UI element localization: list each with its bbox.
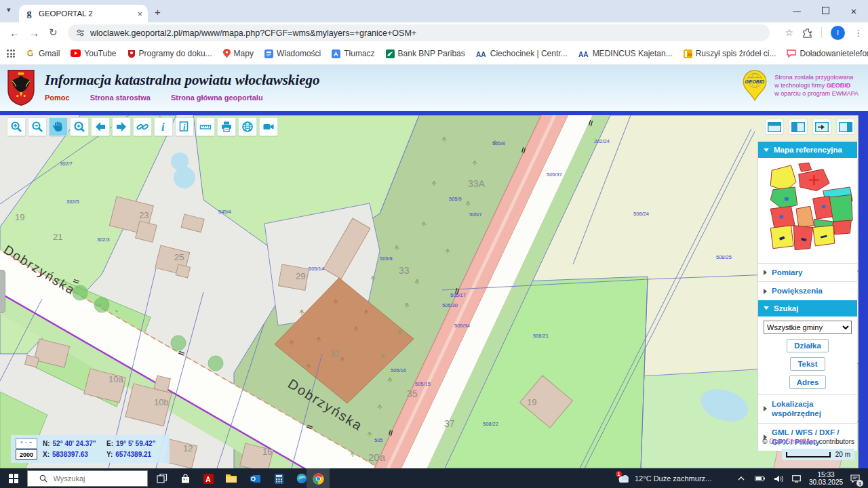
bookmark-gmail[interactable]: G Gmail: [26, 49, 60, 58]
window-maximize-button[interactable]: [811, 7, 840, 16]
chrome-taskbar-icon[interactable]: [307, 468, 330, 488]
browser-menu-icon[interactable]: ⋮: [854, 28, 863, 38]
print-tool[interactable]: [217, 117, 236, 136]
layout-top-button[interactable]: [765, 119, 784, 135]
window-close-button[interactable]: ×: [840, 5, 868, 17]
tray-chevron-icon[interactable]: [734, 468, 749, 488]
volume-icon[interactable]: [770, 468, 787, 488]
panel-pomiary[interactable]: Pomiary: [758, 263, 857, 281]
zoom-window-tool[interactable]: [70, 117, 89, 136]
zoom-out-tool[interactable]: [28, 117, 47, 136]
taskbar-search[interactable]: [27, 470, 148, 487]
taskbar-clock[interactable]: 15:33 30.03.2025: [807, 468, 845, 488]
globe-tool[interactable]: [238, 117, 257, 136]
cadastral-map-canvas[interactable]: DobrzyńskaDobrzyńska1921232529313333A353…: [0, 115, 859, 468]
apps-grid-icon[interactable]: [7, 49, 15, 58]
clock-date: 30.03.2025: [809, 479, 843, 486]
layout-collapse-right-button[interactable]: [812, 119, 831, 135]
reload-icon[interactable]: ↻: [49, 26, 58, 39]
bookmark-wiadomosci[interactable]: Wiadomości: [264, 49, 321, 58]
link-pomoc[interactable]: Pomoc: [45, 94, 70, 102]
task-view-button[interactable]: [152, 468, 172, 488]
taskbar-search-input[interactable]: [52, 474, 136, 483]
svg-text:GEOBID: GEOBID: [745, 79, 766, 85]
parcel-number-label: 10a: [108, 374, 123, 384]
youtube-icon: [71, 49, 81, 58]
geobid-link[interactable]: GEOBID: [827, 82, 851, 89]
parcel-number-label: 29: [296, 271, 305, 281]
lot-number-label: 505/16: [391, 367, 406, 373]
start-button[interactable]: [0, 468, 27, 488]
microsoft-store-icon[interactable]: [175, 468, 195, 488]
panel-szukaj[interactable]: Szukaj: [758, 300, 857, 317]
panel-drag-handle[interactable]: [0, 270, 5, 313]
pan-hand-tool[interactable]: [49, 117, 68, 136]
dzialka-button[interactable]: Działka: [787, 339, 829, 352]
battery-icon[interactable]: [751, 468, 768, 488]
panel-mapa-referencyjna[interactable]: Mapa referencyjna: [758, 142, 857, 158]
identify-tool[interactable]: i: [175, 117, 194, 136]
action-center-icon[interactable]: 1: [846, 468, 864, 488]
link-tool[interactable]: [133, 117, 152, 136]
site-settings-icon[interactable]: [76, 28, 85, 37]
chevron-right-icon: [764, 270, 767, 275]
openstreetmap-link[interactable]: OpenStreetMap: [769, 438, 817, 445]
previous-view-tool[interactable]: [91, 117, 110, 136]
adres-button[interactable]: Adres: [789, 375, 827, 389]
bookmark-programy[interactable]: Programy do doku...: [127, 49, 212, 58]
bookmark-youtube[interactable]: YouTube: [71, 49, 116, 58]
tab-close-icon[interactable]: ×: [137, 9, 142, 19]
geobid-logo[interactable]: GEOBID: [741, 69, 769, 102]
back-icon[interactable]: ←: [9, 27, 20, 39]
layout-right-button[interactable]: [836, 119, 855, 135]
zoom-in-tool[interactable]: [7, 117, 26, 136]
camera-tool[interactable]: [259, 117, 278, 136]
crs-zone-button[interactable]: 2000: [16, 449, 37, 460]
adobe-reader-icon[interactable]: A: [198, 468, 218, 488]
parcel-number-label: 16: [262, 447, 272, 457]
screen: ▾ g GEOPORTAL 2 × + — × ← → ↻ wloclawek.…: [0, 0, 868, 488]
layout-left-button[interactable]: [789, 119, 808, 135]
panel-lokalizacja[interactable]: Lokalizacja współrzędnej: [758, 394, 857, 423]
bookmark-mapy[interactable]: Mapy: [223, 49, 254, 58]
file-explorer-icon[interactable]: [220, 468, 243, 488]
szukaj-panel-body: Wszystkie gminy Działka Tekst Adres: [758, 317, 857, 394]
bookmark-ciechocinek[interactable]: AA Ciechocinek | Centr...: [476, 49, 568, 58]
window-minimize-button[interactable]: —: [783, 7, 811, 16]
bookmark-star-icon[interactable]: ☆: [785, 27, 793, 38]
weather-icon[interactable]: 1: [614, 468, 633, 488]
outlook-icon[interactable]: [245, 468, 266, 488]
lot-number-label: 302/5: [66, 199, 79, 205]
browser-tab[interactable]: g GEOPORTAL 2 ×: [19, 5, 148, 22]
url-bar[interactable]: wloclawek.geoportal2.pl/map/www/mapa.php…: [68, 24, 770, 41]
bookmark-tlumacz[interactable]: A Tłumacz: [332, 49, 374, 58]
display-cast-icon[interactable]: [788, 468, 804, 488]
tekst-button[interactable]: Tekst: [790, 357, 825, 371]
extensions-icon[interactable]: [802, 28, 812, 38]
bookmark-medincus[interactable]: AA MEDINCUS Kajetan...: [578, 49, 673, 58]
map-viewport[interactable]: DobrzyńskaDobrzyńska1921232529313333A353…: [0, 115, 859, 468]
profile-avatar[interactable]: I: [831, 26, 845, 40]
tab-search-chevron-icon[interactable]: ▾: [7, 5, 11, 14]
parcel-number-label: 25: [174, 252, 184, 262]
bookmark-doladowanie[interactable]: Doładowanietelefonu: [787, 49, 868, 58]
bookmark-bnp[interactable]: Bank BNP Paribas: [386, 49, 465, 58]
new-tab-button[interactable]: +: [155, 6, 161, 18]
url-text[interactable]: wloclawek.geoportal2.pl/map/www/mapa.php…: [90, 28, 416, 38]
reference-minimap[interactable]: [758, 158, 857, 263]
panel-powiekszenia[interactable]: Powiększenia: [758, 281, 857, 300]
forward-icon[interactable]: →: [29, 27, 39, 39]
link-strona-glowna[interactable]: Strona główna geoportalu: [171, 94, 263, 102]
powiat-coat-of-arms: [7, 68, 35, 106]
measure-tool[interactable]: [196, 117, 215, 136]
weather-text[interactable]: 12°C Duże zachmurz...: [635, 468, 736, 488]
bookmark-ruszyl[interactable]: m Ruszył spis źródeł ci...: [684, 49, 776, 58]
calculator-icon[interactable]: [269, 468, 289, 488]
dms-toggle-button[interactable]: ° ' ": [16, 439, 37, 449]
gmina-select[interactable]: Wszystkie gminy: [764, 321, 852, 334]
svg-text:A: A: [205, 475, 210, 483]
info-tool[interactable]: i: [154, 117, 173, 136]
next-view-tool[interactable]: [112, 117, 131, 136]
link-strona-starostwa[interactable]: Strona starostwa: [90, 94, 151, 102]
lot-number-label: 202/24: [594, 138, 610, 144]
